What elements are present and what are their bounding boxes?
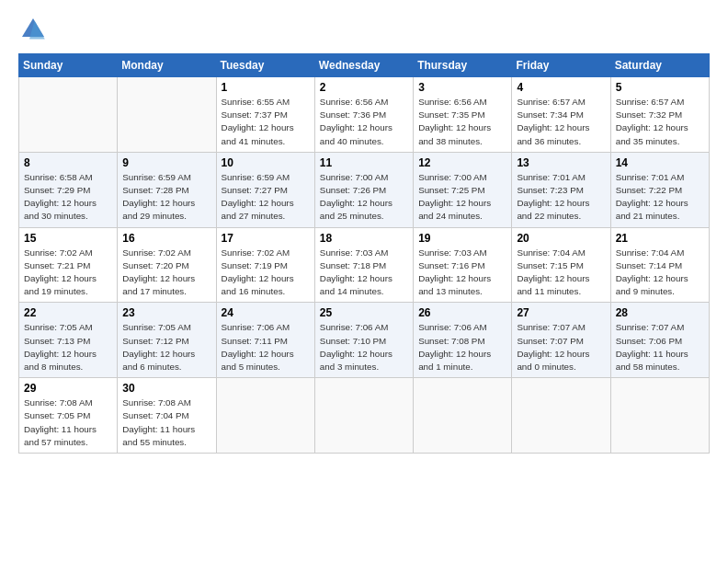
day-info: Sunrise: 7:00 AMSunset: 7:25 PMDaylight:… <box>418 171 506 224</box>
day-number: 15 <box>24 232 112 245</box>
day-number: 17 <box>222 232 310 245</box>
weekday-header-friday: Friday <box>512 54 610 77</box>
weekday-header-tuesday: Tuesday <box>216 54 314 77</box>
day-cell-9: 9Sunrise: 6:59 AMSunset: 7:28 PMDaylight… <box>118 152 216 227</box>
day-cell-14: 14Sunrise: 7:01 AMSunset: 7:22 PMDayligh… <box>610 152 709 227</box>
week-row-4: 22Sunrise: 7:05 AMSunset: 7:13 PMDayligh… <box>19 303 710 378</box>
day-info: Sunrise: 7:02 AMSunset: 7:19 PMDaylight:… <box>222 247 310 299</box>
day-info: Sunrise: 7:06 AMSunset: 7:10 PMDaylight:… <box>320 321 408 373</box>
day-info: Sunrise: 7:05 AMSunset: 7:12 PMDaylight:… <box>122 321 210 373</box>
weekday-header-row: SundayMondayTuesdayWednesdayThursdayFrid… <box>19 54 710 77</box>
empty-cell <box>414 378 512 454</box>
empty-cell <box>118 77 216 153</box>
day-cell-27: 27Sunrise: 7:07 AMSunset: 7:07 PMDayligh… <box>512 303 610 378</box>
day-cell-19: 19Sunrise: 7:03 AMSunset: 7:16 PMDayligh… <box>414 227 512 303</box>
day-number: 14 <box>616 156 704 169</box>
day-info: Sunrise: 7:01 AMSunset: 7:23 PMDaylight:… <box>517 171 605 224</box>
day-cell-20: 20Sunrise: 7:04 AMSunset: 7:15 PMDayligh… <box>512 227 610 303</box>
day-cell-15: 15Sunrise: 7:02 AMSunset: 7:21 PMDayligh… <box>19 227 118 303</box>
day-cell-24: 24Sunrise: 7:06 AMSunset: 7:11 PMDayligh… <box>216 303 314 378</box>
day-number: 22 <box>24 306 112 319</box>
day-info: Sunrise: 6:57 AMSunset: 7:34 PMDaylight:… <box>517 96 605 148</box>
day-info: Sunrise: 7:03 AMSunset: 7:18 PMDaylight:… <box>320 247 408 299</box>
day-info: Sunrise: 6:59 AMSunset: 7:27 PMDaylight:… <box>222 171 310 224</box>
day-number: 11 <box>320 156 408 169</box>
day-cell-29: 29Sunrise: 7:08 AMSunset: 7:05 PMDayligh… <box>19 378 118 454</box>
day-number: 16 <box>122 232 210 245</box>
day-number: 21 <box>616 232 704 245</box>
week-row-3: 15Sunrise: 7:02 AMSunset: 7:21 PMDayligh… <box>19 227 710 303</box>
day-info: Sunrise: 7:06 AMSunset: 7:08 PMDaylight:… <box>418 321 506 373</box>
day-number: 26 <box>418 306 506 319</box>
day-cell-13: 13Sunrise: 7:01 AMSunset: 7:23 PMDayligh… <box>512 152 610 227</box>
day-info: Sunrise: 6:57 AMSunset: 7:32 PMDaylight:… <box>616 96 704 148</box>
day-cell-16: 16Sunrise: 7:02 AMSunset: 7:20 PMDayligh… <box>118 227 216 303</box>
week-row-5: 29Sunrise: 7:08 AMSunset: 7:05 PMDayligh… <box>19 378 710 454</box>
day-info: Sunrise: 6:55 AMSunset: 7:37 PMDaylight:… <box>222 96 310 148</box>
day-info: Sunrise: 7:02 AMSunset: 7:21 PMDaylight:… <box>24 247 112 299</box>
empty-cell <box>610 378 709 454</box>
day-cell-4: 4Sunrise: 6:57 AMSunset: 7:34 PMDaylight… <box>512 77 610 153</box>
day-number: 12 <box>418 156 506 169</box>
day-info: Sunrise: 7:01 AMSunset: 7:22 PMDaylight:… <box>616 171 704 224</box>
day-info: Sunrise: 7:04 AMSunset: 7:14 PMDaylight:… <box>616 247 704 299</box>
header <box>18 15 710 44</box>
day-cell-22: 22Sunrise: 7:05 AMSunset: 7:13 PMDayligh… <box>19 303 118 378</box>
weekday-header-saturday: Saturday <box>610 54 709 77</box>
day-number: 4 <box>517 81 605 94</box>
day-info: Sunrise: 7:06 AMSunset: 7:11 PMDaylight:… <box>222 321 310 373</box>
day-number: 5 <box>616 81 704 94</box>
empty-cell <box>216 378 314 454</box>
day-info: Sunrise: 6:59 AMSunset: 7:28 PMDaylight:… <box>122 171 210 224</box>
logo-icon <box>18 15 48 44</box>
day-info: Sunrise: 7:00 AMSunset: 7:26 PMDaylight:… <box>320 171 408 224</box>
day-number: 28 <box>616 306 704 319</box>
calendar: SundayMondayTuesdayWednesdayThursdayFrid… <box>18 53 710 454</box>
day-cell-2: 2Sunrise: 6:56 AMSunset: 7:36 PMDaylight… <box>314 77 413 153</box>
day-cell-17: 17Sunrise: 7:02 AMSunset: 7:19 PMDayligh… <box>216 227 314 303</box>
weekday-header-sunday: Sunday <box>19 54 118 77</box>
day-info: Sunrise: 6:56 AMSunset: 7:36 PMDaylight:… <box>320 96 408 148</box>
empty-cell <box>314 378 413 454</box>
day-number: 27 <box>517 306 605 319</box>
day-number: 20 <box>517 232 605 245</box>
day-number: 24 <box>222 306 310 319</box>
day-number: 23 <box>122 306 210 319</box>
day-number: 1 <box>222 81 310 94</box>
day-info: Sunrise: 6:56 AMSunset: 7:35 PMDaylight:… <box>418 96 506 148</box>
day-cell-26: 26Sunrise: 7:06 AMSunset: 7:08 PMDayligh… <box>414 303 512 378</box>
day-cell-10: 10Sunrise: 6:59 AMSunset: 7:27 PMDayligh… <box>216 152 314 227</box>
day-number: 2 <box>320 81 408 94</box>
logo <box>18 15 51 44</box>
day-number: 25 <box>320 306 408 319</box>
day-info: Sunrise: 7:04 AMSunset: 7:15 PMDaylight:… <box>517 247 605 299</box>
day-number: 3 <box>418 81 506 94</box>
weekday-header-thursday: Thursday <box>414 54 512 77</box>
weekday-header-wednesday: Wednesday <box>314 54 413 77</box>
day-number: 8 <box>24 156 112 169</box>
day-number: 19 <box>418 232 506 245</box>
page: SundayMondayTuesdayWednesdayThursdayFrid… <box>0 0 728 563</box>
day-info: Sunrise: 7:02 AMSunset: 7:20 PMDaylight:… <box>122 247 210 299</box>
empty-cell <box>512 378 610 454</box>
week-row-2: 8Sunrise: 6:58 AMSunset: 7:29 PMDaylight… <box>19 152 710 227</box>
day-cell-12: 12Sunrise: 7:00 AMSunset: 7:25 PMDayligh… <box>414 152 512 227</box>
day-cell-18: 18Sunrise: 7:03 AMSunset: 7:18 PMDayligh… <box>314 227 413 303</box>
week-row-1: 1Sunrise: 6:55 AMSunset: 7:37 PMDaylight… <box>19 77 710 153</box>
day-info: Sunrise: 7:08 AMSunset: 7:05 PMDaylight:… <box>24 396 112 449</box>
day-cell-8: 8Sunrise: 6:58 AMSunset: 7:29 PMDaylight… <box>19 152 118 227</box>
day-cell-23: 23Sunrise: 7:05 AMSunset: 7:12 PMDayligh… <box>118 303 216 378</box>
day-number: 10 <box>222 156 310 169</box>
day-cell-5: 5Sunrise: 6:57 AMSunset: 7:32 PMDaylight… <box>610 77 709 153</box>
day-number: 9 <box>122 156 210 169</box>
day-info: Sunrise: 7:08 AMSunset: 7:04 PMDaylight:… <box>122 396 210 449</box>
day-cell-11: 11Sunrise: 7:00 AMSunset: 7:26 PMDayligh… <box>314 152 413 227</box>
day-cell-1: 1Sunrise: 6:55 AMSunset: 7:37 PMDaylight… <box>216 77 314 153</box>
day-info: Sunrise: 7:05 AMSunset: 7:13 PMDaylight:… <box>24 321 112 373</box>
day-info: Sunrise: 7:03 AMSunset: 7:16 PMDaylight:… <box>418 247 506 299</box>
day-cell-3: 3Sunrise: 6:56 AMSunset: 7:35 PMDaylight… <box>414 77 512 153</box>
day-info: Sunrise: 7:07 AMSunset: 7:07 PMDaylight:… <box>517 321 605 373</box>
day-info: Sunrise: 7:07 AMSunset: 7:06 PMDaylight:… <box>616 321 704 373</box>
day-info: Sunrise: 6:58 AMSunset: 7:29 PMDaylight:… <box>24 171 112 224</box>
day-cell-30: 30Sunrise: 7:08 AMSunset: 7:04 PMDayligh… <box>118 378 216 454</box>
